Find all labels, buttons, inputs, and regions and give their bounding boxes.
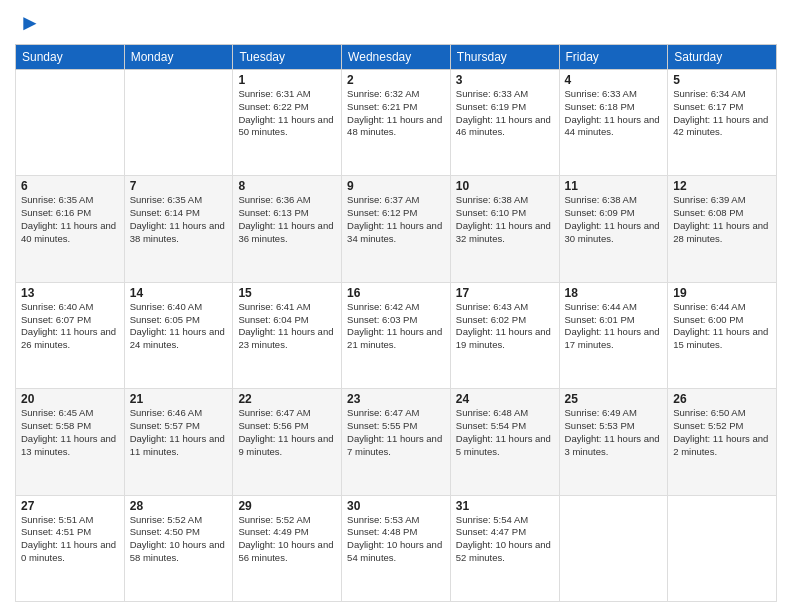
day-number: 3 <box>456 73 554 87</box>
calendar-cell: 17Sunrise: 6:43 AM Sunset: 6:02 PM Dayli… <box>450 282 559 388</box>
day-number: 18 <box>565 286 663 300</box>
calendar-cell: 25Sunrise: 6:49 AM Sunset: 5:53 PM Dayli… <box>559 389 668 495</box>
day-info: Sunrise: 6:34 AM Sunset: 6:17 PM Dayligh… <box>673 88 771 139</box>
day-number: 7 <box>130 179 228 193</box>
calendar-week-row: 6Sunrise: 6:35 AM Sunset: 6:16 PM Daylig… <box>16 176 777 282</box>
day-number: 30 <box>347 499 445 513</box>
day-number: 28 <box>130 499 228 513</box>
day-info: Sunrise: 6:33 AM Sunset: 6:18 PM Dayligh… <box>565 88 663 139</box>
day-number: 16 <box>347 286 445 300</box>
weekday-header: Monday <box>124 45 233 70</box>
day-number: 15 <box>238 286 336 300</box>
day-number: 6 <box>21 179 119 193</box>
day-info: Sunrise: 6:35 AM Sunset: 6:14 PM Dayligh… <box>130 194 228 245</box>
day-info: Sunrise: 6:45 AM Sunset: 5:58 PM Dayligh… <box>21 407 119 458</box>
calendar-cell: 6Sunrise: 6:35 AM Sunset: 6:16 PM Daylig… <box>16 176 125 282</box>
day-number: 31 <box>456 499 554 513</box>
day-info: Sunrise: 5:52 AM Sunset: 4:50 PM Dayligh… <box>130 514 228 565</box>
calendar-cell: 14Sunrise: 6:40 AM Sunset: 6:05 PM Dayli… <box>124 282 233 388</box>
weekday-header: Thursday <box>450 45 559 70</box>
day-info: Sunrise: 6:50 AM Sunset: 5:52 PM Dayligh… <box>673 407 771 458</box>
day-info: Sunrise: 6:32 AM Sunset: 6:21 PM Dayligh… <box>347 88 445 139</box>
calendar-body: 1Sunrise: 6:31 AM Sunset: 6:22 PM Daylig… <box>16 70 777 602</box>
calendar-cell: 29Sunrise: 5:52 AM Sunset: 4:49 PM Dayli… <box>233 495 342 601</box>
day-number: 21 <box>130 392 228 406</box>
calendar-cell: 27Sunrise: 5:51 AM Sunset: 4:51 PM Dayli… <box>16 495 125 601</box>
day-number: 2 <box>347 73 445 87</box>
weekday-header: Tuesday <box>233 45 342 70</box>
day-info: Sunrise: 6:47 AM Sunset: 5:55 PM Dayligh… <box>347 407 445 458</box>
calendar-cell: 8Sunrise: 6:36 AM Sunset: 6:13 PM Daylig… <box>233 176 342 282</box>
calendar-cell: 18Sunrise: 6:44 AM Sunset: 6:01 PM Dayli… <box>559 282 668 388</box>
day-number: 12 <box>673 179 771 193</box>
day-number: 9 <box>347 179 445 193</box>
day-info: Sunrise: 6:44 AM Sunset: 6:00 PM Dayligh… <box>673 301 771 352</box>
day-info: Sunrise: 6:36 AM Sunset: 6:13 PM Dayligh… <box>238 194 336 245</box>
day-info: Sunrise: 6:40 AM Sunset: 6:07 PM Dayligh… <box>21 301 119 352</box>
calendar-cell: 10Sunrise: 6:38 AM Sunset: 6:10 PM Dayli… <box>450 176 559 282</box>
weekday-header: Friday <box>559 45 668 70</box>
weekday-header: Wednesday <box>342 45 451 70</box>
calendar-cell: 5Sunrise: 6:34 AM Sunset: 6:17 PM Daylig… <box>668 70 777 176</box>
day-info: Sunrise: 6:37 AM Sunset: 6:12 PM Dayligh… <box>347 194 445 245</box>
calendar-table: SundayMondayTuesdayWednesdayThursdayFrid… <box>15 44 777 602</box>
day-number: 25 <box>565 392 663 406</box>
calendar-header-row: SundayMondayTuesdayWednesdayThursdayFrid… <box>16 45 777 70</box>
day-info: Sunrise: 6:39 AM Sunset: 6:08 PM Dayligh… <box>673 194 771 245</box>
calendar-cell: 7Sunrise: 6:35 AM Sunset: 6:14 PM Daylig… <box>124 176 233 282</box>
day-number: 29 <box>238 499 336 513</box>
calendar-cell: 23Sunrise: 6:47 AM Sunset: 5:55 PM Dayli… <box>342 389 451 495</box>
day-number: 1 <box>238 73 336 87</box>
day-info: Sunrise: 6:33 AM Sunset: 6:19 PM Dayligh… <box>456 88 554 139</box>
calendar-week-row: 20Sunrise: 6:45 AM Sunset: 5:58 PM Dayli… <box>16 389 777 495</box>
day-info: Sunrise: 6:41 AM Sunset: 6:04 PM Dayligh… <box>238 301 336 352</box>
day-number: 14 <box>130 286 228 300</box>
calendar-cell: 28Sunrise: 5:52 AM Sunset: 4:50 PM Dayli… <box>124 495 233 601</box>
calendar-cell: 30Sunrise: 5:53 AM Sunset: 4:48 PM Dayli… <box>342 495 451 601</box>
calendar-container: ► SundayMondayTuesdayWednesdayThursdayFr… <box>0 0 792 612</box>
calendar-week-row: 13Sunrise: 6:40 AM Sunset: 6:07 PM Dayli… <box>16 282 777 388</box>
calendar-cell: 21Sunrise: 6:46 AM Sunset: 5:57 PM Dayli… <box>124 389 233 495</box>
day-number: 13 <box>21 286 119 300</box>
day-info: Sunrise: 6:47 AM Sunset: 5:56 PM Dayligh… <box>238 407 336 458</box>
day-number: 26 <box>673 392 771 406</box>
calendar-cell <box>559 495 668 601</box>
calendar-cell: 19Sunrise: 6:44 AM Sunset: 6:00 PM Dayli… <box>668 282 777 388</box>
day-number: 8 <box>238 179 336 193</box>
day-number: 4 <box>565 73 663 87</box>
weekday-header: Saturday <box>668 45 777 70</box>
calendar-week-row: 1Sunrise: 6:31 AM Sunset: 6:22 PM Daylig… <box>16 70 777 176</box>
calendar-cell: 3Sunrise: 6:33 AM Sunset: 6:19 PM Daylig… <box>450 70 559 176</box>
calendar-cell <box>668 495 777 601</box>
weekday-header: Sunday <box>16 45 125 70</box>
logo-arrow-icon: ► <box>19 10 41 36</box>
calendar-week-row: 27Sunrise: 5:51 AM Sunset: 4:51 PM Dayli… <box>16 495 777 601</box>
day-number: 27 <box>21 499 119 513</box>
day-info: Sunrise: 6:49 AM Sunset: 5:53 PM Dayligh… <box>565 407 663 458</box>
day-info: Sunrise: 6:35 AM Sunset: 6:16 PM Dayligh… <box>21 194 119 245</box>
day-number: 19 <box>673 286 771 300</box>
day-number: 20 <box>21 392 119 406</box>
day-info: Sunrise: 6:46 AM Sunset: 5:57 PM Dayligh… <box>130 407 228 458</box>
calendar-cell: 1Sunrise: 6:31 AM Sunset: 6:22 PM Daylig… <box>233 70 342 176</box>
logo: ► <box>15 10 41 36</box>
day-info: Sunrise: 6:44 AM Sunset: 6:01 PM Dayligh… <box>565 301 663 352</box>
calendar-cell: 24Sunrise: 6:48 AM Sunset: 5:54 PM Dayli… <box>450 389 559 495</box>
calendar-cell: 16Sunrise: 6:42 AM Sunset: 6:03 PM Dayli… <box>342 282 451 388</box>
day-info: Sunrise: 6:42 AM Sunset: 6:03 PM Dayligh… <box>347 301 445 352</box>
day-info: Sunrise: 5:54 AM Sunset: 4:47 PM Dayligh… <box>456 514 554 565</box>
day-number: 23 <box>347 392 445 406</box>
day-number: 17 <box>456 286 554 300</box>
day-info: Sunrise: 6:43 AM Sunset: 6:02 PM Dayligh… <box>456 301 554 352</box>
day-number: 11 <box>565 179 663 193</box>
calendar-cell: 2Sunrise: 6:32 AM Sunset: 6:21 PM Daylig… <box>342 70 451 176</box>
day-info: Sunrise: 5:53 AM Sunset: 4:48 PM Dayligh… <box>347 514 445 565</box>
day-info: Sunrise: 5:52 AM Sunset: 4:49 PM Dayligh… <box>238 514 336 565</box>
calendar-cell: 4Sunrise: 6:33 AM Sunset: 6:18 PM Daylig… <box>559 70 668 176</box>
day-number: 5 <box>673 73 771 87</box>
calendar-cell: 31Sunrise: 5:54 AM Sunset: 4:47 PM Dayli… <box>450 495 559 601</box>
day-info: Sunrise: 6:38 AM Sunset: 6:09 PM Dayligh… <box>565 194 663 245</box>
calendar-cell <box>124 70 233 176</box>
calendar-cell: 12Sunrise: 6:39 AM Sunset: 6:08 PM Dayli… <box>668 176 777 282</box>
calendar-cell: 15Sunrise: 6:41 AM Sunset: 6:04 PM Dayli… <box>233 282 342 388</box>
